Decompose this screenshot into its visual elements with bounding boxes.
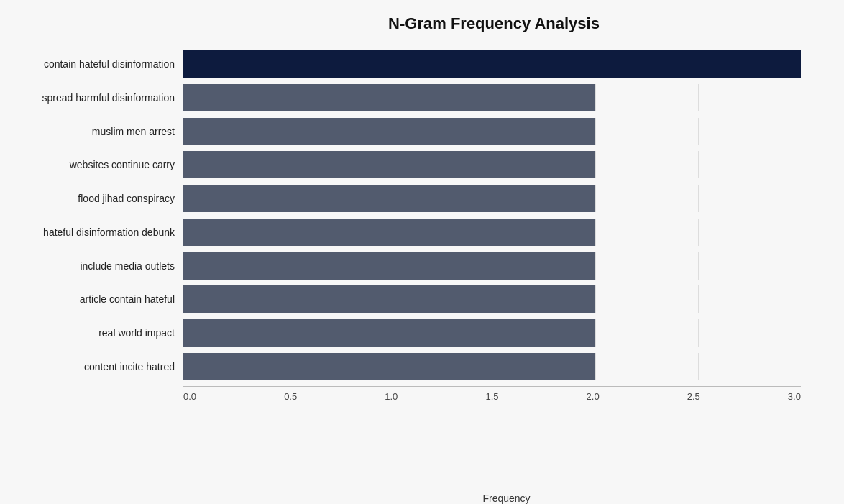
bar-fill <box>183 185 595 212</box>
chart-title: N-Gram Frequency Analysis <box>14 14 801 33</box>
bar-row: include media outlets <box>14 249 801 283</box>
bar-label: real world impact <box>14 327 183 339</box>
bar-track <box>183 319 801 347</box>
bar-label: muslim men arrest <box>14 126 183 137</box>
bar-fill <box>183 50 801 78</box>
bar-track <box>183 50 801 78</box>
bar-track <box>183 151 801 178</box>
bar-fill <box>183 353 595 380</box>
bar-track <box>183 353 801 380</box>
x-axis-label: 2.0 <box>587 391 600 402</box>
bar-track <box>183 185 801 212</box>
x-axis-label: 1.0 <box>385 391 398 402</box>
bar-label: spread harmful disinformation <box>14 92 183 104</box>
bar-fill <box>183 252 595 280</box>
bar-row: hateful disinformation debunk <box>14 216 801 249</box>
bar-row: content incite hatred <box>14 349 801 383</box>
bar-fill <box>183 319 595 347</box>
x-axis-label: 0.0 <box>183 391 196 402</box>
bar-track <box>183 285 801 313</box>
x-axis-label: 1.5 <box>485 391 498 402</box>
bar-label: article contain hateful <box>14 293 183 305</box>
bar-label: contain hateful disinformation <box>14 58 183 70</box>
bar-fill <box>183 84 595 111</box>
bar-row: article contain hateful <box>14 283 801 316</box>
bar-track <box>183 252 801 280</box>
bar-label: hateful disinformation debunk <box>14 226 183 238</box>
bar-row: real world impact <box>14 316 801 350</box>
bar-track <box>183 84 801 111</box>
bar-fill <box>183 285 595 313</box>
x-axis-wrapper: 0.00.51.01.52.02.53.0 <box>14 386 801 415</box>
chart-container: N-Gram Frequency Analysis contain hatefu… <box>0 0 844 504</box>
bar-track <box>183 118 801 145</box>
bar-row: spread harmful disinformation <box>14 81 801 115</box>
bar-row: websites continue carry <box>14 148 801 182</box>
bar-label: websites continue carry <box>14 159 183 170</box>
x-axis-labels: 0.00.51.01.52.02.53.0 <box>183 386 801 402</box>
bar-label: include media outlets <box>14 260 183 272</box>
bar-label: flood jihad conspiracy <box>14 193 183 204</box>
bar-row: muslim men arrest <box>14 114 801 148</box>
bar-fill <box>183 118 595 145</box>
bar-fill <box>183 151 595 178</box>
x-axis-label: 3.0 <box>788 391 801 402</box>
x-axis-title: Frequency <box>0 492 844 504</box>
bar-row: flood jihad conspiracy <box>14 182 801 216</box>
chart-area: contain hateful disinformationspread har… <box>14 47 801 415</box>
bar-label: content incite hatred <box>14 361 183 372</box>
bar-track <box>183 219 801 246</box>
x-axis-label: 0.5 <box>284 391 297 402</box>
bar-fill <box>183 219 595 246</box>
x-axis-label: 2.5 <box>687 391 700 402</box>
bar-row: contain hateful disinformation <box>14 47 801 81</box>
